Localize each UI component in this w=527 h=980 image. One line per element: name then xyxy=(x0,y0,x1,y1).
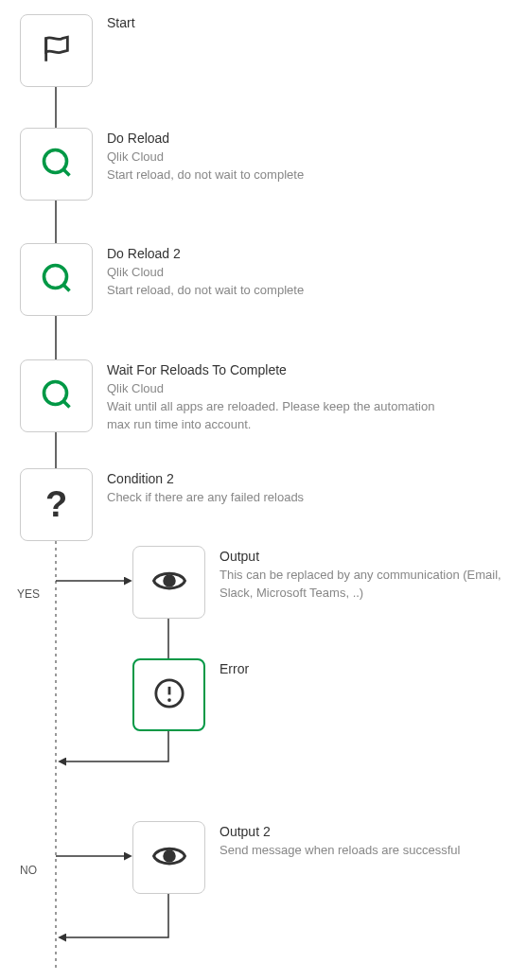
node-output-text: Output This can be replaced by any commu… xyxy=(220,547,518,603)
node-title: Do Reload 2 xyxy=(107,244,410,263)
node-description: Start reload, do not wait to complete xyxy=(107,166,410,184)
node-output-2-text: Output 2 Send message when reloads are s… xyxy=(220,822,513,860)
node-description: Start reload, do not wait to complete xyxy=(107,282,410,300)
eye-icon xyxy=(152,564,186,602)
node-condition-text: Condition 2 Check if there are any faile… xyxy=(107,469,448,507)
node-subtitle: Qlik Cloud xyxy=(107,264,410,282)
node-wait[interactable] xyxy=(20,359,93,432)
node-wait-text: Wait For Reloads To Complete Qlik Cloud … xyxy=(107,360,448,434)
question-icon: ? xyxy=(45,484,67,525)
eye-icon xyxy=(152,839,186,877)
node-title: Do Reload xyxy=(107,129,410,148)
node-start-text: Start xyxy=(107,13,391,33)
svg-line-9 xyxy=(63,285,69,290)
node-title: Error xyxy=(220,659,484,678)
qlik-icon xyxy=(40,377,74,415)
node-title: Wait For Reloads To Complete xyxy=(107,360,448,379)
svg-line-7 xyxy=(63,169,69,175)
node-start[interactable] xyxy=(20,14,93,87)
svg-point-15 xyxy=(167,698,171,702)
node-error-text: Error xyxy=(220,659,484,679)
node-do-reload[interactable] xyxy=(20,128,93,201)
node-do-reload-2[interactable] xyxy=(20,243,93,316)
node-description: Send message when reloads are successful xyxy=(220,842,513,860)
branch-label-yes: YES xyxy=(17,587,40,601)
flag-icon xyxy=(41,33,73,69)
svg-point-12 xyxy=(164,575,174,586)
node-output-2[interactable] xyxy=(132,821,205,894)
node-title: Condition 2 xyxy=(107,469,448,488)
node-description: This can be replaced by any communicatio… xyxy=(220,567,518,603)
node-do-reload-text: Do Reload Qlik Cloud Start reload, do no… xyxy=(107,129,410,184)
node-title: Start xyxy=(107,13,391,32)
node-description: Check if there are any failed reloads xyxy=(107,489,448,507)
node-description: Wait until all apps are reloaded. Please… xyxy=(107,398,448,434)
node-error[interactable] xyxy=(132,658,205,731)
node-subtitle: Qlik Cloud xyxy=(107,149,410,166)
node-output[interactable] xyxy=(132,546,205,619)
svg-line-11 xyxy=(63,401,69,407)
node-condition[interactable]: ? xyxy=(20,468,93,541)
qlik-icon xyxy=(40,261,74,299)
node-title: Output 2 xyxy=(220,822,513,841)
svg-point-6 xyxy=(44,149,66,172)
svg-point-8 xyxy=(44,265,66,288)
svg-point-10 xyxy=(44,381,66,404)
node-do-reload-2-text: Do Reload 2 Qlik Cloud Start reload, do … xyxy=(107,244,410,300)
qlik-icon xyxy=(40,146,74,184)
node-title: Output xyxy=(220,547,518,566)
node-subtitle: Qlik Cloud xyxy=(107,380,448,398)
branch-label-no: NO xyxy=(20,864,37,877)
svg-point-16 xyxy=(164,850,174,861)
alert-icon xyxy=(153,677,185,713)
